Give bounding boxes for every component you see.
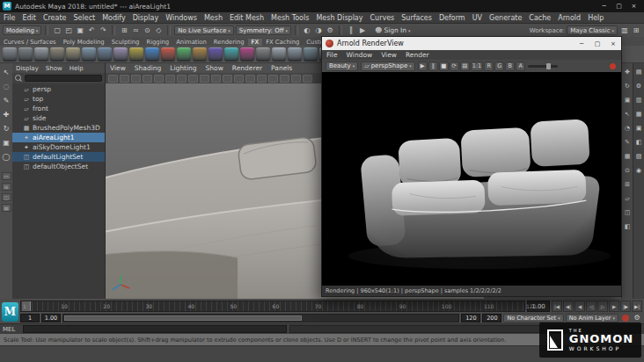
go-to-end-button[interactable]: ▶| [632,300,642,312]
shelf-tab-fx[interactable]: FX [248,39,263,46]
shelf-tool-icon-17[interactable] [256,47,270,62]
side-toolbar-brush-icon[interactable]: ✎ [623,137,633,147]
film-gate-icon[interactable] [131,75,141,83]
camera-lock-icon[interactable] [108,75,118,83]
start-render-icon[interactable]: ▶ [418,62,428,71]
outliner-item-brushedpolymesh3d[interactable]: ▦BrushedPolyMesh3D [12,123,105,133]
side-toolbar-scale-icon[interactable]: ▣ [623,95,633,105]
arnold-menu-file[interactable]: File [322,51,342,59]
character-set-dropdown[interactable]: No Character Set▾ [503,314,563,322]
shelf-tool-icon-20[interactable] [304,47,318,62]
last-tool-icon[interactable]: ◯ [1,151,11,162]
workspace-dropdown[interactable]: Maya Classic▾ [567,25,618,35]
resolution-gate-icon[interactable] [143,75,152,83]
render-camera-dropdown[interactable]: ▱perspShape▾ [361,62,415,71]
menu-edit-mesh[interactable]: Edit Mesh [226,14,267,22]
ipr-render-icon[interactable]: ◑ [313,25,324,36]
channel-red-icon[interactable]: R [484,62,494,71]
undo-icon[interactable]: ↶ [86,25,97,36]
render-image-area[interactable] [322,72,621,286]
menu-deform[interactable]: Deform [435,14,469,22]
viewport-menu-view[interactable]: View [106,64,130,72]
menu-display[interactable]: Display [129,14,163,22]
shelf-tool-icon-11[interactable] [161,47,175,62]
render-settings-icon[interactable]: ⚙ [325,25,335,36]
outliner-menu-show[interactable]: Show [42,65,66,72]
side-toolbar-misc-icon[interactable]: ◧ [623,221,633,231]
menu-windows[interactable]: Windows [162,14,201,22]
channel-box-tab-icon[interactable]: ▥ [634,95,644,105]
shelf-tool-icon-18[interactable] [272,47,286,62]
go-to-start-button[interactable]: |◀ [552,300,562,312]
step-forward-frame-button[interactable]: ▶ [609,300,619,312]
shelf-tool-icon-10[interactable] [145,47,159,62]
arnold-tab-icon[interactable]: ◉ [634,165,644,175]
safe-title-icon[interactable] [188,75,198,83]
layout-split-pane-button[interactable]: ◫ [2,193,11,201]
live-surface-dropdown[interactable]: No Live Surface▾ [174,25,233,35]
outliner-menu-help[interactable]: Help [66,65,87,72]
animation-start-field[interactable]: 1 [20,314,40,322]
side-toolbar-select-icon[interactable]: ↖ [623,109,633,119]
outliner-item-top[interactable]: ▱top [12,94,105,104]
side-toolbar-camera-icon[interactable]: ▱ [623,193,633,203]
playback-range-bar[interactable] [64,315,302,321]
arnold-title-bar[interactable]: Arnold RenderView ─ ▢ × [322,37,621,50]
uv-editor-tab-icon[interactable]: ◧ [634,137,644,147]
side-toolbar-grid-icon[interactable]: ⊞ [623,179,633,189]
shelf-tool-icon-6[interactable] [82,47,96,62]
pause-render-icon[interactable]: ‖ [428,62,438,71]
outliner-item-defaultlightset[interactable]: ◫defaultLightSet [12,152,105,162]
viewport-menu-show[interactable]: Show [201,64,228,72]
outliner-item-aiskydomelight1[interactable]: ✦aiSkyDomeLight1 [12,142,105,152]
shelf-tool-icon-3[interactable] [34,47,48,62]
viewport-menu-shading[interactable]: Shading [130,64,165,72]
xray-icon[interactable] [303,75,312,83]
close-button[interactable]: × [626,0,641,12]
render-frame-icon[interactable]: ◐ [302,25,312,36]
panel-layout-icon[interactable]: ▥ [619,25,630,36]
redo-icon[interactable]: ↷ [98,25,108,36]
command-line-language-toggle[interactable]: MEL [3,326,20,333]
ambient-occlusion-icon[interactable] [257,75,267,83]
menu-file[interactable]: File [0,14,18,22]
shelf-tab-animation[interactable]: Animation [172,39,210,46]
shaded-icon[interactable] [211,75,221,83]
shelf-tool-icon-4[interactable] [50,47,64,62]
step-forward-key-button[interactable]: |▶ [620,300,631,312]
viewport-menu-lighting[interactable]: Lighting [165,64,201,72]
playback-start-field[interactable]: 1.00 [41,314,61,322]
shelf-tool-icon-1[interactable] [3,47,17,62]
pause-playback-icon[interactable]: ‖ [346,25,356,36]
menu-select[interactable]: Select [70,14,99,22]
menu-generate[interactable]: Generate [486,14,525,22]
zoom-one-to-one-icon[interactable]: 1:1 [471,62,483,71]
arnold-close-button[interactable]: × [605,37,621,50]
shelf-tool-icon-14[interactable] [209,47,223,62]
open-scene-icon[interactable]: ◰ [63,25,74,36]
menu-mesh-tools[interactable]: Mesh Tools [267,14,312,22]
channel-green-icon[interactable]: G [494,62,504,71]
outliner-search-input[interactable] [25,75,102,82]
menu-set-dropdown[interactable]: Modeling▾ [3,25,41,35]
shelf-tab-poly-modeling[interactable]: Poly Modeling [60,39,108,46]
attribute-editor-tab-icon[interactable]: ▤ [634,67,644,76]
textured-icon[interactable] [223,75,232,83]
wireframe-icon[interactable] [200,75,209,83]
snap-to-plane-icon[interactable]: ◇ [153,25,164,36]
play-backwards-button[interactable]: ◁ [586,300,596,312]
abort-render-icon[interactable] [610,63,616,69]
snap-to-curve-icon[interactable]: ≈ [130,25,141,36]
menu-uv[interactable]: UV [469,14,486,22]
use-all-lights-icon[interactable] [234,75,244,83]
outliner-item-persp[interactable]: ▱persp [12,84,105,94]
arnold-menu-view[interactable]: View [377,51,401,59]
stop-render-icon[interactable]: ■ [439,62,449,71]
safe-action-icon[interactable] [177,75,187,83]
arnold-menu-window[interactable]: Window [342,51,377,59]
step-back-frame-button[interactable]: ◀ [574,300,585,312]
channel-blue-icon[interactable]: B [505,62,515,71]
shelf-tool-icon-16[interactable] [240,47,254,62]
shelf-tab-rigging[interactable]: Rigging [143,39,172,46]
maximize-button[interactable]: ▢ [611,0,626,12]
